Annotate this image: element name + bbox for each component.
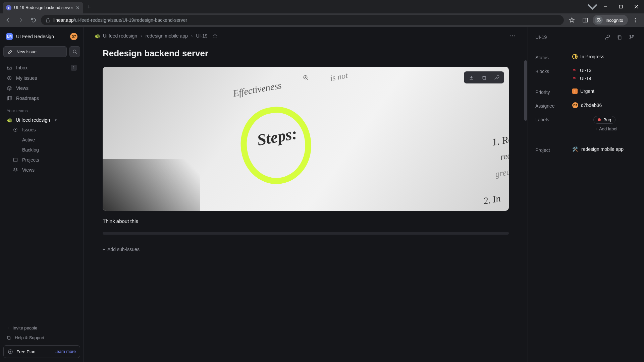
attached-image[interactable]: Effectiveness is not Steps: 1. Recordi r…: [103, 67, 509, 211]
copy-branch-button[interactable]: [627, 32, 637, 42]
close-tab-icon[interactable]: ✕: [76, 5, 80, 10]
browser-toolbar: linear.app/ui-feed-redesign/issue/UI-19/…: [0, 13, 644, 27]
team-nav-backlog[interactable]: Backlog: [3, 145, 80, 155]
browser-tab[interactable]: ◆ UI-19 Redesign backend server ✕: [3, 2, 83, 13]
blocks-value-1[interactable]: UI-14: [572, 76, 637, 81]
download-image-button[interactable]: [465, 73, 477, 82]
svg-point-3: [599, 20, 600, 21]
breadcrumb-team-label: Ui feed redesign: [103, 33, 137, 39]
copy-link-button[interactable]: [602, 32, 612, 42]
sidebar-item-inbox[interactable]: Inbox 1: [3, 62, 80, 73]
sidebar-item-my-issues[interactable]: My issues: [3, 73, 80, 83]
issue-description[interactable]: Think about this: [103, 218, 509, 224]
panel-issue-id[interactable]: UI-19: [535, 35, 547, 40]
team-nav-views[interactable]: Views: [3, 165, 80, 175]
close-window-button[interactable]: [629, 0, 644, 13]
address-bar[interactable]: linear.app/ui-feed-redesign/issue/UI-19/…: [41, 15, 564, 25]
add-label-button[interactable]: + Add label: [595, 126, 618, 131]
inbox-icon: [7, 65, 12, 70]
team-nav-active[interactable]: Active: [3, 135, 80, 145]
image-word: Effectiveness: [232, 80, 282, 99]
issue-more-button[interactable]: [508, 32, 517, 40]
block-id-0: UI-13: [580, 68, 591, 73]
image-word: 1. Recordi: [491, 129, 509, 148]
assignee-text: d7bdeb36: [581, 103, 602, 108]
browser-menu-icon[interactable]: [629, 14, 641, 26]
favorite-button[interactable]: [212, 33, 218, 39]
priority-value[interactable]: ! Urgent: [572, 88, 637, 94]
chevron-right-icon: ›: [141, 33, 142, 39]
workspace-avatar: UR: [6, 33, 13, 40]
image-shadow: [103, 159, 200, 211]
help-support-link[interactable]: Help & Support: [3, 333, 80, 343]
inbox-badge: 1: [71, 65, 77, 71]
svg-rect-18: [483, 76, 486, 79]
status-label: Status: [535, 54, 572, 60]
layers-icon: [13, 167, 18, 173]
sidebar-item-roadmaps[interactable]: Roadmaps: [3, 93, 80, 103]
bookmark-icon[interactable]: [566, 14, 578, 26]
minimize-button[interactable]: [598, 0, 613, 13]
sidebar-item-views[interactable]: Views: [3, 83, 80, 93]
my-issues-label: My issues: [16, 75, 37, 81]
plan-card[interactable]: Free Plan Learn more: [3, 345, 80, 358]
target-icon: [7, 75, 12, 81]
views-label: Views: [16, 85, 29, 91]
tab-title: UI-19 Redesign backend server: [14, 5, 73, 10]
breadcrumb-project[interactable]: redesign mobile app: [146, 33, 188, 39]
plan-name: Free Plan: [16, 349, 35, 354]
lock-icon: [46, 18, 50, 22]
svg-point-11: [15, 129, 16, 130]
search-icon: [72, 49, 77, 54]
team-nav-projects[interactable]: Projects: [3, 155, 80, 165]
add-sub-issues-button[interactable]: + Add sub-issues: [103, 244, 140, 255]
zoom-icon[interactable]: [303, 75, 309, 81]
svg-rect-1: [583, 18, 588, 22]
new-tab-button[interactable]: +: [87, 4, 91, 11]
image-word: greate: [494, 166, 509, 180]
profile-indicator[interactable]: Incognito: [593, 15, 628, 25]
roadmap-icon: [7, 96, 12, 101]
team-views-label: Views: [22, 167, 35, 173]
new-issue-button[interactable]: New issue: [3, 46, 67, 57]
copy-image-button[interactable]: [478, 73, 490, 82]
label-chip-bug[interactable]: Bug: [593, 116, 615, 124]
projects-label: Projects: [22, 157, 39, 163]
plus-icon: +: [7, 325, 9, 330]
user-avatar[interactable]: D7: [70, 33, 77, 40]
priority-label: Priority: [535, 88, 572, 95]
team-nav-issues[interactable]: Issues: [3, 125, 80, 135]
project-value[interactable]: 🛠️ redesign mobile app: [572, 146, 637, 152]
svg-point-6: [635, 21, 636, 22]
layers-icon: [7, 85, 12, 91]
svg-point-21: [630, 38, 631, 39]
reload-button[interactable]: [28, 15, 39, 25]
incognito-label: Incognito: [605, 18, 623, 23]
invite-people-link[interactable]: + Invite people: [3, 323, 80, 333]
book-icon: [7, 336, 11, 340]
svg-rect-19: [619, 36, 621, 39]
workspace-switcher[interactable]: UR UI Feed Redesign D7: [3, 32, 80, 42]
panel-toggle-icon[interactable]: [579, 14, 591, 26]
breadcrumb-issue[interactable]: UI-19: [196, 33, 207, 39]
search-button[interactable]: [69, 46, 80, 57]
back-button[interactable]: [3, 15, 13, 25]
assignee-value[interactable]: D7 d7bdeb36: [572, 102, 637, 108]
breadcrumb-team[interactable]: 🐢 Ui feed redesign: [95, 33, 137, 39]
svg-point-16: [514, 36, 515, 37]
status-value[interactable]: In Progress: [572, 54, 637, 59]
issue-title[interactable]: Redesign backend server: [103, 48, 509, 59]
blocks-value-0[interactable]: UI-13: [572, 68, 637, 73]
roadmaps-label: Roadmaps: [16, 96, 39, 101]
maximize-button[interactable]: [613, 0, 629, 13]
copy-link-button[interactable]: [491, 73, 503, 82]
projects-icon: [13, 157, 18, 163]
learn-more-link[interactable]: Learn more: [54, 349, 76, 354]
tab-overflow-icon[interactable]: [587, 0, 598, 13]
copy-id-button[interactable]: [614, 32, 625, 42]
app-root: UR UI Feed Redesign D7 New issue Inbox 1…: [0, 27, 644, 362]
team-item[interactable]: 🐢 Ui feed redesign ▼: [3, 115, 80, 125]
priority-text: Urgent: [580, 88, 594, 94]
forward-button[interactable]: [15, 15, 26, 25]
scrollbar-thumb[interactable]: [524, 60, 527, 121]
